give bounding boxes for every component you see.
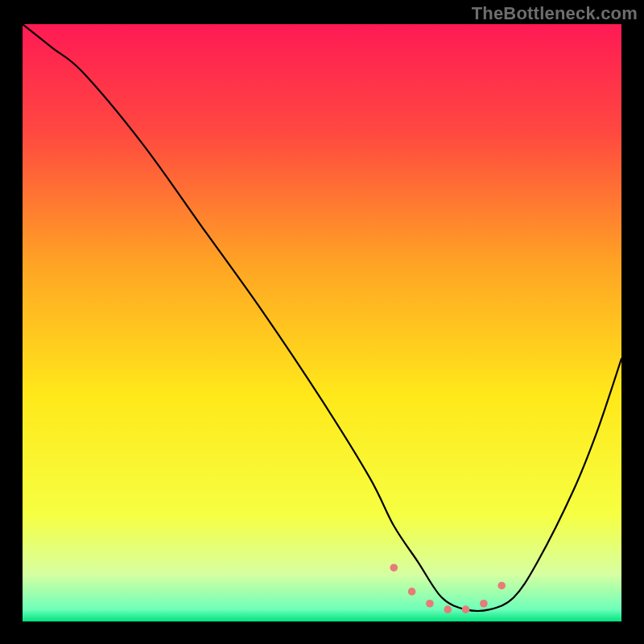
gradient-background (23, 24, 621, 621)
marker-dot (408, 588, 416, 596)
watermark-text: TheBottleneck.com (472, 3, 638, 24)
plot-area (23, 24, 621, 621)
marker-dot (426, 600, 434, 608)
chart-svg (23, 24, 621, 621)
chart-container: TheBottleneck.com (0, 0, 644, 644)
marker-dot (497, 582, 506, 590)
marker-dot (390, 564, 398, 572)
marker-dot (444, 605, 452, 613)
marker-dot (462, 605, 470, 613)
marker-dot (480, 600, 488, 608)
